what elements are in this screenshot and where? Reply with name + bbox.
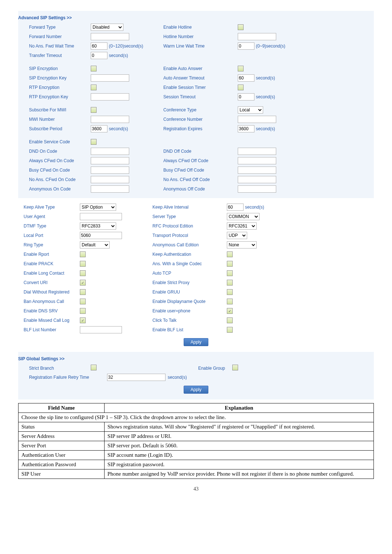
label-enable-group: Enable Group	[163, 366, 232, 371]
anon-on-input[interactable]	[91, 185, 129, 193]
label-forward-type: Forward Type	[18, 25, 91, 30]
auto-tcp-checkbox[interactable]	[227, 270, 233, 276]
apply-button-1[interactable]: Apply	[184, 338, 208, 346]
label-always-cfwd-on: Always CFwd On Code	[18, 158, 91, 163]
unit-session-timeout: second(s)	[256, 94, 275, 99]
label-keep-auth: Keep Authentication	[152, 252, 227, 257]
label-noans-cfwd-off: No Ans. CFwd Off Code	[163, 177, 238, 182]
conf-number-input[interactable]	[238, 116, 276, 123]
forward-number-input[interactable]	[91, 33, 129, 40]
label-click-to-talk: Click To Talk	[152, 318, 227, 323]
anon-call-edition-select[interactable]: None	[227, 241, 257, 249]
keep-alive-interval-input[interactable]	[227, 204, 244, 211]
label-enable-prack: Enable PRACK	[18, 261, 80, 266]
advanced-sip-header: Advanced SIP Settings >>	[18, 12, 374, 22]
label-transfer-timeout: Transfer Timeout	[18, 53, 91, 58]
label-enable-dns-srv: Enable DNS SRV	[18, 308, 80, 313]
enable-auto-answer-checkbox[interactable]	[238, 66, 244, 71]
auto-answer-timeout-input[interactable]	[238, 74, 254, 82]
keep-auth-checkbox[interactable]	[227, 251, 233, 257]
dnd-off-input[interactable]	[238, 148, 276, 155]
local-port-input[interactable]	[80, 232, 122, 239]
ban-anon-call-checkbox[interactable]	[80, 299, 86, 304]
label-rtp-encryption: RTP Encryption	[18, 85, 91, 90]
label-sub-period: Subscribe Period	[18, 126, 91, 131]
reg-expires-input[interactable]	[238, 125, 254, 132]
th-field-name: Field Name	[19, 403, 105, 413]
table-intro-row: Choose the sip line to configured (SIP 1…	[19, 413, 374, 422]
sub-for-mwi-checkbox[interactable]	[91, 107, 97, 113]
enable-long-contact-checkbox[interactable]	[80, 270, 86, 276]
enable-user-phone-checkbox[interactable]	[227, 308, 233, 314]
page-number: 43	[18, 486, 374, 492]
click-to-talk-checkbox[interactable]	[227, 317, 233, 323]
rtp-encryption-checkbox[interactable]	[91, 85, 97, 90]
user-agent-input[interactable]	[80, 213, 122, 220]
sub-period-input[interactable]	[91, 125, 107, 132]
convert-uri-checkbox[interactable]	[80, 280, 86, 286]
always-cfwd-on-input[interactable]	[91, 157, 129, 164]
anon-off-input[interactable]	[238, 185, 276, 193]
session-timeout-input[interactable]	[238, 93, 254, 100]
rtp-enc-key-input[interactable]	[91, 93, 129, 100]
always-cfwd-off-input[interactable]	[238, 157, 276, 164]
conf-type-select[interactable]: Local	[238, 106, 263, 114]
enable-dns-srv-checkbox[interactable]	[80, 308, 86, 314]
label-anon-on: Anonymous On Code	[18, 186, 91, 192]
label-anon-call-edition: Anonymous Call Edition	[152, 242, 227, 247]
enable-gruu-checkbox[interactable]	[227, 289, 233, 295]
enable-hotline-checkbox[interactable]	[238, 24, 244, 30]
transport-protocol-select[interactable]: UDP	[227, 232, 247, 239]
unit-auto-answer-timeout: second(s)	[256, 75, 275, 81]
keep-alive-type-select[interactable]: SIP Option	[80, 204, 116, 211]
sip-encryption-checkbox[interactable]	[91, 66, 97, 71]
label-blf-list-number: BLF List Number	[18, 327, 80, 332]
dnd-on-input[interactable]	[91, 148, 129, 155]
label-conf-type: Conference Type	[163, 107, 238, 112]
enable-blf-list-checkbox[interactable]	[227, 327, 233, 333]
enable-group-checkbox[interactable]	[232, 365, 238, 370]
transfer-timeout-input[interactable]	[91, 52, 107, 59]
blf-list-number-input[interactable]	[80, 326, 122, 333]
ring-type-select[interactable]: Default	[80, 241, 110, 249]
label-sip-enc-key: SIP Encryption Key	[18, 75, 91, 81]
enable-displayname-quote-checkbox[interactable]	[227, 299, 233, 304]
explanation-table: Field Name Explanation Choose the sip li…	[18, 403, 374, 479]
table-row: Authentication PasswordSIP registration …	[19, 460, 374, 469]
enable-rport-checkbox[interactable]	[80, 251, 86, 257]
dial-without-reg-checkbox[interactable]	[80, 289, 86, 295]
label-noans-cfwd-on: No Ans. CFwd On Code	[18, 177, 91, 182]
label-hotline-number: Hotline Number	[163, 34, 238, 39]
mwi-number-input[interactable]	[91, 116, 129, 123]
table-row: Authentication UserSIP account name (Log…	[19, 451, 374, 460]
busy-cfwd-on-input[interactable]	[91, 167, 129, 174]
hotline-number-input[interactable]	[238, 33, 276, 40]
forward-type-select[interactable]: Disabled	[91, 24, 123, 31]
noans-cfwd-on-input[interactable]	[91, 176, 129, 183]
label-sip-encryption: SIP Encryption	[18, 66, 91, 71]
apply-button-2[interactable]: Apply	[184, 386, 208, 394]
strict-branch-checkbox[interactable]	[91, 365, 97, 370]
label-keep-alive-type: Keep Alive Type	[18, 205, 80, 210]
noans-cfwd-off-input[interactable]	[238, 176, 276, 183]
dtmf-type-select[interactable]: RFC2833	[80, 222, 116, 230]
enable-strict-proxy-checkbox[interactable]	[227, 280, 233, 286]
noans-fwd-wait-input[interactable]	[91, 42, 107, 50]
reg-fail-retry-input[interactable]	[107, 374, 166, 381]
enable-missed-log-checkbox[interactable]	[80, 317, 86, 323]
table-row: Server AddressSIP server IP address or U…	[19, 432, 374, 441]
busy-cfwd-off-input[interactable]	[238, 167, 276, 174]
rfc-protocol-select[interactable]: RFC3261	[227, 222, 257, 230]
ans-single-codec-checkbox[interactable]	[227, 261, 233, 267]
server-type-select[interactable]: COMMON	[227, 213, 260, 220]
sip-global-header: SIP Global Settings >>	[18, 353, 374, 364]
label-dial-without-reg: Dial Without Registered	[18, 290, 80, 295]
enable-service-code-checkbox[interactable]	[91, 139, 97, 145]
sip-enc-key-input[interactable]	[91, 74, 129, 82]
unit-keep-alive: second(s)	[245, 205, 264, 210]
table-row: SIP UserPhone number assigned by VoIP se…	[19, 469, 374, 479]
label-enable-strict-proxy: Enable Strict Proxy	[152, 280, 227, 285]
enable-session-timer-checkbox[interactable]	[238, 85, 244, 90]
enable-prack-checkbox[interactable]	[80, 261, 86, 267]
warm-line-wait-input[interactable]	[238, 42, 254, 50]
